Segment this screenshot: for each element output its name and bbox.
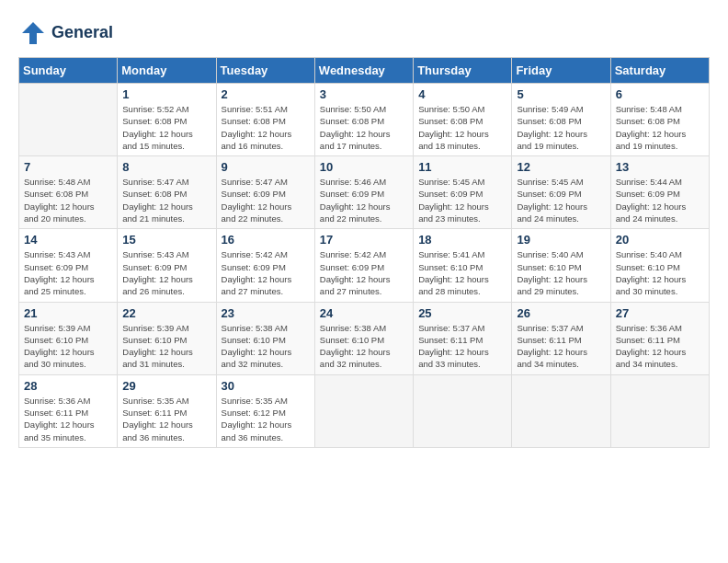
- calendar-cell: 25Sunrise: 5:37 AM Sunset: 6:11 PM Dayli…: [414, 302, 512, 374]
- day-number: 10: [320, 160, 408, 174]
- calendar-week-row: 28Sunrise: 5:36 AM Sunset: 6:11 PM Dayli…: [19, 374, 710, 447]
- day-info: Sunrise: 5:50 AM Sunset: 6:08 PM Dayligh…: [320, 103, 408, 152]
- day-info: Sunrise: 5:36 AM Sunset: 6:11 PM Dayligh…: [24, 395, 112, 443]
- day-number: 22: [122, 306, 210, 320]
- calendar-week-row: 14Sunrise: 5:43 AM Sunset: 6:09 PM Dayli…: [19, 229, 710, 302]
- day-number: 11: [418, 160, 506, 174]
- day-of-week-header: Thursday: [414, 58, 512, 84]
- calendar-cell: 15Sunrise: 5:43 AM Sunset: 6:09 PM Dayli…: [118, 229, 216, 302]
- calendar-cell: [314, 374, 413, 447]
- header-row: SundayMondayTuesdayWednesdayThursdayFrid…: [19, 58, 710, 84]
- day-number: 15: [122, 233, 210, 247]
- day-info: Sunrise: 5:45 AM Sunset: 6:09 PM Dayligh…: [517, 176, 605, 224]
- calendar-cell: 24Sunrise: 5:38 AM Sunset: 6:10 PM Dayli…: [314, 302, 413, 374]
- day-info: Sunrise: 5:42 AM Sunset: 6:09 PM Dayligh…: [222, 248, 310, 297]
- day-number: 20: [616, 233, 704, 247]
- day-info: Sunrise: 5:48 AM Sunset: 6:08 PM Dayligh…: [24, 176, 112, 224]
- day-info: Sunrise: 5:40 AM Sunset: 6:10 PM Dayligh…: [517, 248, 605, 297]
- calendar-cell: 22Sunrise: 5:39 AM Sunset: 6:10 PM Dayli…: [118, 302, 216, 374]
- day-number: 23: [222, 306, 310, 320]
- day-info: Sunrise: 5:39 AM Sunset: 6:10 PM Dayligh…: [122, 322, 210, 371]
- logo-text: General: [51, 23, 113, 43]
- day-info: Sunrise: 5:46 AM Sunset: 6:09 PM Dayligh…: [320, 176, 408, 224]
- calendar-cell: 17Sunrise: 5:42 AM Sunset: 6:09 PM Dayli…: [314, 229, 413, 302]
- day-number: 29: [122, 379, 210, 393]
- calendar-week-row: 7Sunrise: 5:48 AM Sunset: 6:08 PM Daylig…: [19, 156, 710, 229]
- day-info: Sunrise: 5:41 AM Sunset: 6:10 PM Dayligh…: [418, 248, 506, 297]
- day-number: 7: [24, 160, 112, 174]
- calendar-cell: 21Sunrise: 5:39 AM Sunset: 6:10 PM Dayli…: [19, 302, 118, 374]
- day-info: Sunrise: 5:35 AM Sunset: 6:12 PM Dayligh…: [222, 395, 310, 443]
- day-info: Sunrise: 5:47 AM Sunset: 6:08 PM Dayligh…: [122, 176, 210, 224]
- day-info: Sunrise: 5:38 AM Sunset: 6:10 PM Dayligh…: [320, 322, 408, 371]
- day-number: 18: [418, 233, 506, 247]
- calendar-cell: 6Sunrise: 5:48 AM Sunset: 6:08 PM Daylig…: [610, 84, 709, 156]
- day-number: 19: [517, 233, 605, 247]
- day-info: Sunrise: 5:52 AM Sunset: 6:08 PM Dayligh…: [122, 103, 210, 152]
- calendar-cell: 11Sunrise: 5:45 AM Sunset: 6:09 PM Dayli…: [414, 156, 512, 229]
- calendar-body: 1Sunrise: 5:52 AM Sunset: 6:08 PM Daylig…: [19, 84, 710, 448]
- calendar-cell: [414, 374, 512, 447]
- calendar-cell: 16Sunrise: 5:42 AM Sunset: 6:09 PM Dayli…: [216, 229, 314, 302]
- day-of-week-header: Saturday: [610, 58, 709, 84]
- day-info: Sunrise: 5:49 AM Sunset: 6:08 PM Dayligh…: [517, 103, 605, 152]
- day-number: 27: [616, 306, 704, 320]
- day-info: Sunrise: 5:40 AM Sunset: 6:10 PM Dayligh…: [616, 248, 704, 297]
- day-of-week-header: Monday: [118, 58, 216, 84]
- day-info: Sunrise: 5:42 AM Sunset: 6:09 PM Dayligh…: [320, 248, 408, 297]
- calendar-cell: 10Sunrise: 5:46 AM Sunset: 6:09 PM Dayli…: [314, 156, 413, 229]
- day-number: 17: [320, 233, 408, 247]
- day-info: Sunrise: 5:45 AM Sunset: 6:09 PM Dayligh…: [418, 176, 506, 224]
- calendar-cell: 23Sunrise: 5:38 AM Sunset: 6:10 PM Dayli…: [216, 302, 314, 374]
- day-of-week-header: Wednesday: [314, 58, 413, 84]
- day-info: Sunrise: 5:50 AM Sunset: 6:08 PM Dayligh…: [418, 103, 506, 152]
- day-info: Sunrise: 5:37 AM Sunset: 6:11 PM Dayligh…: [418, 322, 506, 371]
- day-number: 6: [616, 87, 704, 101]
- day-info: Sunrise: 5:43 AM Sunset: 6:09 PM Dayligh…: [122, 248, 210, 297]
- day-number: 3: [320, 87, 408, 101]
- day-of-week-header: Friday: [512, 58, 610, 84]
- logo-icon: [18, 18, 48, 48]
- day-number: 24: [320, 306, 408, 320]
- day-number: 30: [222, 379, 310, 393]
- calendar-week-row: 1Sunrise: 5:52 AM Sunset: 6:08 PM Daylig…: [19, 84, 710, 156]
- calendar-cell: 1Sunrise: 5:52 AM Sunset: 6:08 PM Daylig…: [118, 84, 216, 156]
- calendar-cell: 8Sunrise: 5:47 AM Sunset: 6:08 PM Daylig…: [118, 156, 216, 229]
- day-number: 12: [517, 160, 605, 174]
- calendar-cell: [19, 84, 118, 156]
- calendar-header: SundayMondayTuesdayWednesdayThursdayFrid…: [19, 58, 710, 84]
- day-number: 9: [222, 160, 310, 174]
- logo: General: [18, 18, 113, 48]
- day-number: 21: [24, 306, 112, 320]
- calendar-table: SundayMondayTuesdayWednesdayThursdayFrid…: [18, 57, 710, 448]
- day-number: 8: [122, 160, 210, 174]
- page-header: General: [18, 18, 710, 48]
- day-info: Sunrise: 5:37 AM Sunset: 6:11 PM Dayligh…: [517, 322, 605, 371]
- calendar-cell: 3Sunrise: 5:50 AM Sunset: 6:08 PM Daylig…: [314, 84, 413, 156]
- day-info: Sunrise: 5:39 AM Sunset: 6:10 PM Dayligh…: [24, 322, 112, 371]
- calendar-cell: 14Sunrise: 5:43 AM Sunset: 6:09 PM Dayli…: [19, 229, 118, 302]
- calendar-cell: 27Sunrise: 5:36 AM Sunset: 6:11 PM Dayli…: [610, 302, 709, 374]
- calendar-cell: 4Sunrise: 5:50 AM Sunset: 6:08 PM Daylig…: [414, 84, 512, 156]
- day-number: 16: [222, 233, 310, 247]
- calendar-cell: 12Sunrise: 5:45 AM Sunset: 6:09 PM Dayli…: [512, 156, 610, 229]
- day-number: 13: [616, 160, 704, 174]
- day-info: Sunrise: 5:51 AM Sunset: 6:08 PM Dayligh…: [222, 103, 310, 152]
- day-info: Sunrise: 5:48 AM Sunset: 6:08 PM Dayligh…: [616, 103, 704, 152]
- day-info: Sunrise: 5:35 AM Sunset: 6:11 PM Dayligh…: [122, 395, 210, 443]
- svg-marker-0: [22, 22, 44, 44]
- day-info: Sunrise: 5:47 AM Sunset: 6:09 PM Dayligh…: [222, 176, 310, 224]
- day-number: 14: [24, 233, 112, 247]
- day-number: 1: [122, 87, 210, 101]
- calendar-cell: 30Sunrise: 5:35 AM Sunset: 6:12 PM Dayli…: [216, 374, 314, 447]
- calendar-cell: 19Sunrise: 5:40 AM Sunset: 6:10 PM Dayli…: [512, 229, 610, 302]
- calendar-cell: 18Sunrise: 5:41 AM Sunset: 6:10 PM Dayli…: [414, 229, 512, 302]
- day-number: 25: [418, 306, 506, 320]
- calendar-cell: 26Sunrise: 5:37 AM Sunset: 6:11 PM Dayli…: [512, 302, 610, 374]
- calendar-cell: 20Sunrise: 5:40 AM Sunset: 6:10 PM Dayli…: [610, 229, 709, 302]
- calendar-cell: 13Sunrise: 5:44 AM Sunset: 6:09 PM Dayli…: [610, 156, 709, 229]
- day-info: Sunrise: 5:43 AM Sunset: 6:09 PM Dayligh…: [24, 248, 112, 297]
- day-number: 28: [24, 379, 112, 393]
- day-number: 5: [517, 87, 605, 101]
- calendar-cell: 29Sunrise: 5:35 AM Sunset: 6:11 PM Dayli…: [118, 374, 216, 447]
